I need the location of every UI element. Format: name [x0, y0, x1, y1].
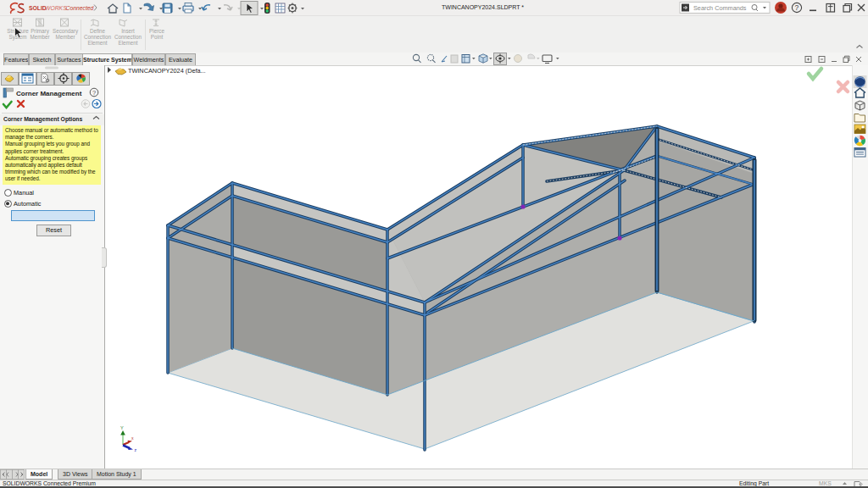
svg-text:z: z — [135, 447, 137, 452]
svg-text:x: x — [131, 435, 134, 441]
svg-text:Y: Y — [120, 425, 124, 430]
